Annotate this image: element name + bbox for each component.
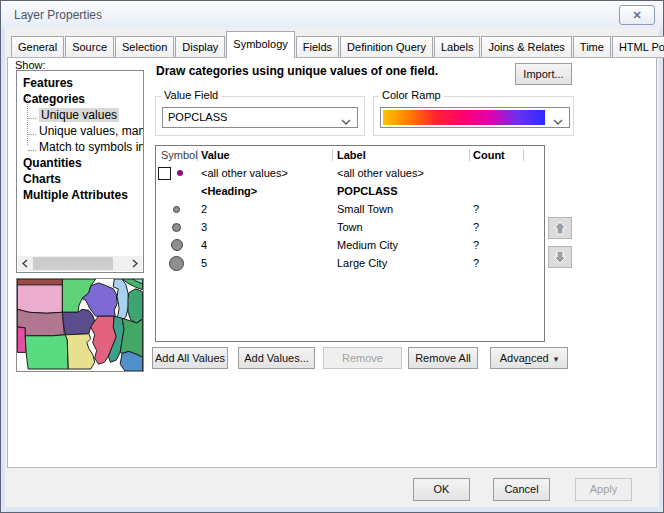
color-ramp-legend: Color Ramp bbox=[379, 89, 444, 101]
layer-properties-dialog: Layer Properties ✕ General Source Select… bbox=[0, 0, 664, 513]
scroll-right-icon[interactable] bbox=[128, 256, 142, 271]
tree-item-quantities[interactable]: Quantities bbox=[23, 155, 82, 171]
category-symbol-dot[interactable] bbox=[173, 206, 180, 213]
value-field-combobox[interactable]: POPCLASS bbox=[162, 107, 358, 128]
column-header-symbol[interactable]: Symbol bbox=[161, 146, 198, 164]
cell-count: ? bbox=[473, 254, 479, 272]
color-ramp-group: Color Ramp bbox=[373, 96, 574, 136]
import-button[interactable]: Import... bbox=[515, 63, 572, 85]
cell-label: Large City bbox=[337, 254, 387, 272]
tab-general[interactable]: General bbox=[11, 36, 64, 58]
remove-button[interactable]: Remove bbox=[323, 347, 402, 369]
table-row[interactable]: 2 Small Town ? bbox=[156, 200, 544, 218]
arrow-down-icon bbox=[553, 250, 567, 264]
cancel-button[interactable]: Cancel bbox=[493, 478, 550, 501]
tab-strip: General Source Selection Display Symbolo… bbox=[11, 31, 664, 58]
tree-branch-icon bbox=[28, 142, 36, 151]
tab-selection[interactable]: Selection bbox=[115, 36, 174, 58]
apply-button[interactable]: Apply bbox=[575, 478, 632, 501]
tab-display[interactable]: Display bbox=[175, 36, 225, 58]
scroll-left-icon[interactable] bbox=[18, 256, 32, 271]
column-separator bbox=[332, 149, 333, 161]
scrollbar-thumb[interactable] bbox=[33, 257, 113, 270]
cell-count: ? bbox=[473, 236, 479, 254]
table-row-heading[interactable]: <Heading> POPCLASS bbox=[156, 182, 544, 200]
category-symbol-dot[interactable] bbox=[169, 256, 184, 271]
tree-branch-icon bbox=[28, 110, 36, 119]
tree-item-unique-values-many[interactable]: Unique values, many bbox=[28, 123, 144, 139]
tab-fields[interactable]: Fields bbox=[296, 36, 339, 58]
table-row[interactable]: 5 Large City ? bbox=[156, 254, 544, 272]
tree-item-categories[interactable]: Categories bbox=[23, 91, 85, 107]
chevron-down-icon bbox=[341, 115, 351, 127]
ok-button[interactable]: OK bbox=[413, 478, 470, 501]
table-row[interactable]: 4 Medium City ? bbox=[156, 236, 544, 254]
map-preview-image bbox=[17, 279, 143, 371]
tree-branch-icon bbox=[28, 126, 36, 135]
show-tree: Features Categories Unique values Unique… bbox=[16, 70, 144, 273]
tab-time[interactable]: Time bbox=[573, 36, 611, 58]
cell-value: 3 bbox=[201, 218, 207, 236]
cell-value: 4 bbox=[201, 236, 207, 254]
chevron-down-icon bbox=[553, 115, 563, 127]
cell-value: <all other values> bbox=[201, 164, 288, 182]
dropdown-arrow-icon: ▾ bbox=[554, 354, 559, 364]
cell-label: Town bbox=[337, 218, 363, 236]
tab-definition-query[interactable]: Definition Query bbox=[340, 36, 433, 58]
close-icon[interactable]: ✕ bbox=[619, 5, 655, 25]
tab-source[interactable]: Source bbox=[65, 36, 114, 58]
instruction-text: Draw categories using unique values of o… bbox=[156, 64, 506, 78]
table-row[interactable]: 3 Town ? bbox=[156, 218, 544, 236]
advanced-button[interactable]: Advanced▾ bbox=[490, 347, 568, 369]
value-field-selected: POPCLASS bbox=[168, 108, 227, 127]
tree-item-unique-values[interactable]: Unique values bbox=[28, 107, 119, 123]
tab-joins-relates[interactable]: Joins & Relates bbox=[481, 36, 571, 58]
tab-labels[interactable]: Labels bbox=[434, 36, 480, 58]
tree-item-match-symbols[interactable]: Match to symbols in a bbox=[28, 139, 144, 155]
category-symbol-dot[interactable] bbox=[172, 223, 181, 232]
cell-count: ? bbox=[473, 218, 479, 236]
table-row-all-other-values[interactable]: <all other values> <all other values> bbox=[156, 164, 544, 182]
symbols-table: Symbol Value Label Count <all other valu… bbox=[155, 145, 545, 342]
category-symbol-dot[interactable] bbox=[171, 239, 183, 251]
window-title: Layer Properties bbox=[14, 8, 102, 22]
color-ramp-combobox[interactable] bbox=[380, 107, 570, 128]
column-header-value[interactable]: Value bbox=[201, 146, 230, 164]
cell-label: Medium City bbox=[337, 236, 398, 254]
move-down-button[interactable] bbox=[548, 246, 572, 268]
advanced-label: Adva bbox=[500, 352, 525, 364]
cell-label: <all other values> bbox=[337, 164, 424, 182]
tab-html-popup[interactable]: HTML Popup bbox=[612, 36, 664, 58]
cell-count: ? bbox=[473, 200, 479, 218]
column-header-label[interactable]: Label bbox=[337, 146, 366, 164]
column-separator bbox=[469, 149, 470, 161]
tree-item-multiple-attributes[interactable]: Multiple Attributes bbox=[23, 187, 128, 203]
remove-all-button[interactable]: Remove All bbox=[408, 347, 478, 369]
title-bar[interactable]: Layer Properties ✕ bbox=[1, 1, 663, 28]
cell-value: 2 bbox=[201, 200, 207, 218]
column-separator bbox=[523, 149, 524, 161]
cell-value: <Heading> bbox=[201, 182, 257, 200]
cell-value: 5 bbox=[201, 254, 207, 272]
add-all-values-button[interactable]: Add All Values bbox=[152, 347, 228, 369]
column-header-count[interactable]: Count bbox=[473, 146, 505, 164]
column-separator bbox=[197, 149, 198, 161]
all-other-symbol-dot[interactable] bbox=[177, 170, 183, 176]
move-up-button[interactable] bbox=[548, 217, 572, 239]
cell-label: POPCLASS bbox=[337, 182, 398, 200]
value-field-legend: Value Field bbox=[161, 89, 221, 101]
map-preview bbox=[16, 278, 144, 372]
value-field-group: Value Field POPCLASS bbox=[155, 96, 365, 136]
all-other-values-checkbox[interactable] bbox=[158, 167, 171, 180]
cell-label: Small Town bbox=[337, 200, 393, 218]
tree-item-features[interactable]: Features bbox=[23, 75, 73, 91]
tab-symbology[interactable]: Symbology bbox=[226, 31, 294, 58]
tree-item-charts[interactable]: Charts bbox=[23, 171, 61, 187]
tree-horizontal-scrollbar[interactable] bbox=[18, 256, 142, 271]
add-values-button[interactable]: Add Values... bbox=[238, 347, 315, 369]
color-ramp-gradient bbox=[383, 110, 545, 125]
arrow-up-icon bbox=[553, 221, 567, 235]
